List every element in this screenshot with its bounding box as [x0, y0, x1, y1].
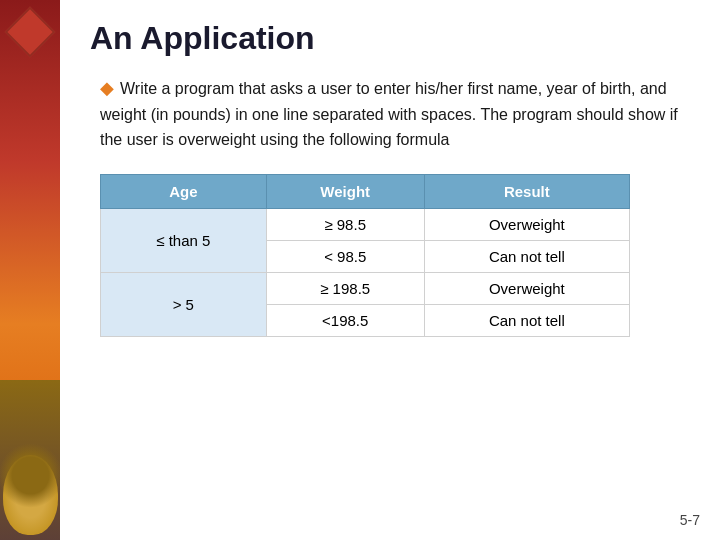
left-sidebar: [0, 0, 60, 540]
weight-cell-row1a: ≥ 98.5: [266, 209, 424, 241]
data-table: Age Weight Result ≤ than 5 ≥ 98.5 Overwe…: [100, 174, 630, 337]
col-header-age: Age: [101, 175, 267, 209]
page-title: An Application: [90, 20, 690, 57]
weight-cell-row2b: <198.5: [266, 305, 424, 337]
col-header-result: Result: [424, 175, 629, 209]
sidebar-diamond: [5, 7, 56, 58]
col-header-weight: Weight: [266, 175, 424, 209]
result-cell-row2b: Can not tell: [424, 305, 629, 337]
result-cell-row1a: Overweight: [424, 209, 629, 241]
weight-cell-row1b: < 98.5: [266, 241, 424, 273]
age-cell-row2: > 5: [101, 273, 267, 337]
table-row: ≤ than 5 ≥ 98.5 Overweight: [101, 209, 630, 241]
lion-image-area: [0, 380, 60, 540]
result-cell-row1b: Can not tell: [424, 241, 629, 273]
table-row: > 5 ≥ 198.5 Overweight: [101, 273, 630, 305]
bullet-text-content: Write a program that asks a user to ente…: [100, 80, 678, 148]
weight-cell-row2a: ≥ 198.5: [266, 273, 424, 305]
table-header-row: Age Weight Result: [101, 175, 630, 209]
main-content: An Application ◆Write a program that ask…: [60, 0, 720, 540]
bullet-diamond-icon: ◆: [100, 78, 114, 98]
bullet-paragraph: ◆Write a program that asks a user to ent…: [90, 75, 690, 152]
age-cell-row1: ≤ than 5: [101, 209, 267, 273]
page-number: 5-7: [680, 512, 700, 528]
result-cell-row2a: Overweight: [424, 273, 629, 305]
lion-face: [3, 455, 58, 535]
